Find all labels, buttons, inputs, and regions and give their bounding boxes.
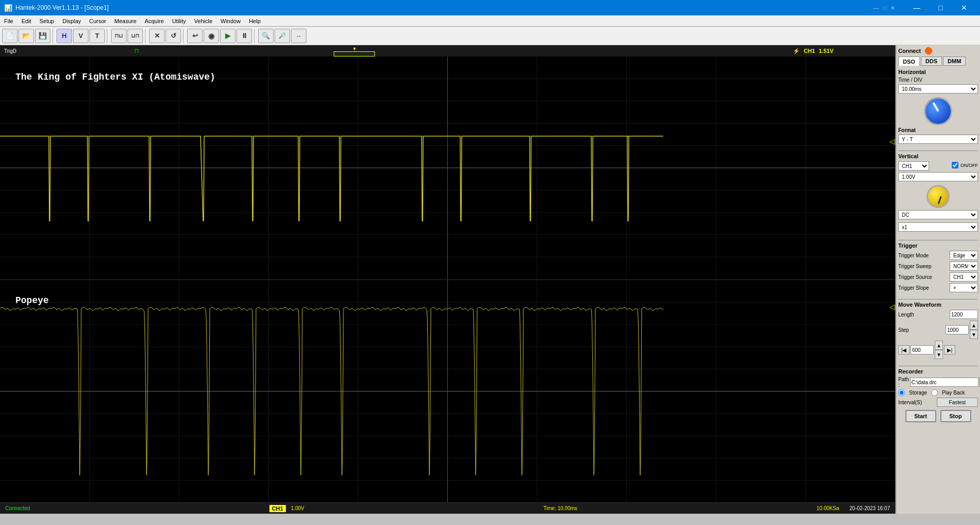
- trig-sweep-row: Trigger Sweep NORMAL AUTO SINGLE: [898, 261, 978, 271]
- window-controls: — □ ✕: [905, 0, 976, 15]
- time-div-select[interactable]: 10.00ms 5.00ms 2.00ms 1.00ms 500us: [898, 84, 978, 93]
- div-3: [898, 299, 978, 299]
- trig-sweep-select[interactable]: NORMAL AUTO SINGLE: [950, 261, 978, 271]
- horizontal-knob[interactable]: [924, 97, 952, 125]
- toolbar-open[interactable]: 📂: [19, 29, 34, 43]
- probe-row: x1 x10 x100: [898, 222, 978, 233]
- step-up-btn[interactable]: ▲: [970, 321, 978, 330]
- menu-utility[interactable]: Utility: [168, 15, 190, 26]
- time-div-row: Time / DIV: [898, 77, 978, 83]
- vertical-knob[interactable]: [927, 185, 950, 208]
- trig-source-select[interactable]: CH1 CH2 EXT: [950, 272, 978, 282]
- fastest-btn[interactable]: Fastest: [937, 398, 978, 407]
- menu-vehicle[interactable]: Vehicle: [190, 15, 216, 26]
- ch1-status-label: CH1: [269, 505, 286, 512]
- scope-area: TrigD ⊓ ▼ ⚡ CH1 1.51V The King of Fighte…: [0, 45, 895, 514]
- format-select[interactable]: Y - T X - Y: [898, 135, 978, 144]
- interval-label: Interval(S): [898, 400, 937, 405]
- nav-first-btn[interactable]: |◀: [898, 345, 910, 354]
- step-label: Step: [898, 327, 946, 333]
- toolbar-play[interactable]: ▶: [220, 29, 235, 43]
- title-area: 📊 Hantek-2000 Ver1.1.13 - [Scope1]: [4, 4, 873, 12]
- ch-status-area: CH1 1.00V: [269, 505, 304, 512]
- length-input[interactable]: [950, 310, 978, 319]
- menu-setup[interactable]: Setup: [35, 15, 59, 26]
- start-stop-row: Start Stop: [898, 410, 978, 422]
- ch2-panel[interactable]: Popeye: [0, 280, 895, 503]
- main-area: TrigD ⊓ ▼ ⚡ CH1 1.51V The King of Fighte…: [0, 45, 980, 514]
- trig-source-row: Trigger Source CH1 CH2 EXT: [898, 272, 978, 282]
- toolbar-ref[interactable]: ↩: [187, 29, 203, 43]
- playback-radio[interactable]: [931, 389, 938, 396]
- maximize-btn[interactable]: □: [929, 0, 952, 15]
- menu-measure[interactable]: Measure: [111, 15, 141, 26]
- menu-file[interactable]: File: [0, 15, 17, 26]
- coupling-select[interactable]: DC AC GND: [898, 210, 978, 219]
- menu-edit[interactable]: Edit: [17, 15, 35, 26]
- trigger-title: Trigger: [898, 242, 978, 249]
- menu-help[interactable]: Help: [245, 15, 265, 26]
- trig-mode-select[interactable]: Edge Pulse Video: [950, 251, 978, 260]
- toolbar-pause[interactable]: ⏸: [237, 29, 252, 43]
- stop-btn[interactable]: Stop: [940, 410, 971, 422]
- nav-last-btn[interactable]: ▶|: [944, 345, 955, 354]
- tab-dds[interactable]: DDS: [921, 57, 942, 66]
- ch1-panel[interactable]: The King of Fighters XI (Atomiswave): [0, 57, 895, 280]
- minimize-btn[interactable]: —: [905, 0, 929, 15]
- toolbar-rise[interactable]: ⊓⊔: [111, 29, 126, 43]
- tab-dmm[interactable]: DMM: [943, 57, 966, 66]
- onoff-checkbox[interactable]: [952, 162, 958, 168]
- toolbar-T[interactable]: T: [89, 29, 105, 43]
- trig-slope-row: Trigger Slope + -: [898, 283, 978, 292]
- toolbar-zoom-in[interactable]: 🔍: [258, 29, 274, 43]
- pos-down-btn[interactable]: ▼: [935, 350, 943, 359]
- sep-5: [254, 29, 256, 43]
- sep-3: [145, 29, 147, 43]
- trig-slope-select[interactable]: + -: [950, 283, 978, 292]
- recorder-title: Recorder: [898, 368, 978, 374]
- toolbar-reset[interactable]: ↺: [166, 29, 181, 43]
- menu-cursor[interactable]: Cursor: [85, 15, 111, 26]
- toolbar-H[interactable]: H: [57, 29, 72, 43]
- toolbar-fall[interactable]: ⊔⊓: [128, 29, 143, 43]
- ch2-waveform-label: Popeye: [15, 295, 49, 306]
- probe-select[interactable]: x1 x10 x100: [898, 222, 978, 232]
- right-panel: Connect DSO DDS DMM Horizontal Time / DI…: [895, 45, 980, 514]
- sub-min-btn[interactable]: —: [873, 5, 878, 11]
- storage-row: Storage Play Back: [898, 389, 978, 396]
- sub-max-btn[interactable]: □: [883, 5, 886, 11]
- toolbar-zoom-out[interactable]: 🔎: [275, 29, 290, 43]
- connected-status: Connected: [5, 505, 30, 511]
- start-btn[interactable]: Start: [905, 410, 936, 422]
- tab-dso[interactable]: DSO: [898, 57, 920, 66]
- statusbar: Connected CH1 1.00V Time: 10.00ms 10.00K…: [0, 502, 895, 514]
- toolbar-save[interactable]: 💾: [35, 29, 50, 43]
- voltage-row: 1.00V 2.00V 500mV 200mV 100mV: [898, 172, 978, 183]
- toolbar-V[interactable]: V: [73, 29, 88, 43]
- menu-window[interactable]: Window: [216, 15, 245, 26]
- voltage-select[interactable]: 1.00V 2.00V 500mV 200mV 100mV: [898, 172, 978, 181]
- position-input[interactable]: [911, 345, 934, 354]
- sub-close-btn[interactable]: ✕: [891, 5, 895, 11]
- length-row: Length: [898, 310, 978, 319]
- step-down-btn[interactable]: ▼: [970, 330, 978, 339]
- toolbar-fit[interactable]: ↔: [291, 29, 306, 43]
- storage-radio[interactable]: [898, 389, 905, 396]
- pos-up-btn[interactable]: ▲: [935, 341, 943, 350]
- toolbar: 📄 📂 💾 H V T ⊓⊔ ⊔⊓ ✕ ↺ ↩ ◉ ▶ ⏸ 🔍 🔎 ↔: [0, 27, 980, 45]
- storage-label: Storage: [909, 390, 927, 396]
- scope-icon: ⚡: [793, 48, 800, 54]
- step-input[interactable]: [946, 325, 969, 334]
- sample-rate: 10.00KSa: [816, 505, 839, 511]
- move-waveform-section: Move Waveform Length Step ▲ ▼ |◀: [898, 302, 978, 361]
- toolbar-clear[interactable]: ✕: [149, 29, 165, 43]
- path-input[interactable]: [910, 378, 978, 387]
- vertical-ch-row: CH1 CH2 ON/OFF: [898, 161, 978, 171]
- close-btn[interactable]: ✕: [952, 0, 976, 15]
- toolbar-circle[interactable]: ◉: [204, 29, 219, 43]
- toolbar-new[interactable]: 📄: [2, 29, 17, 43]
- vertical-ch-select[interactable]: CH1 CH2: [898, 161, 929, 171]
- menu-acquire[interactable]: Acquire: [140, 15, 168, 26]
- ch1-grid: [0, 57, 895, 279]
- menu-display[interactable]: Display: [58, 15, 85, 26]
